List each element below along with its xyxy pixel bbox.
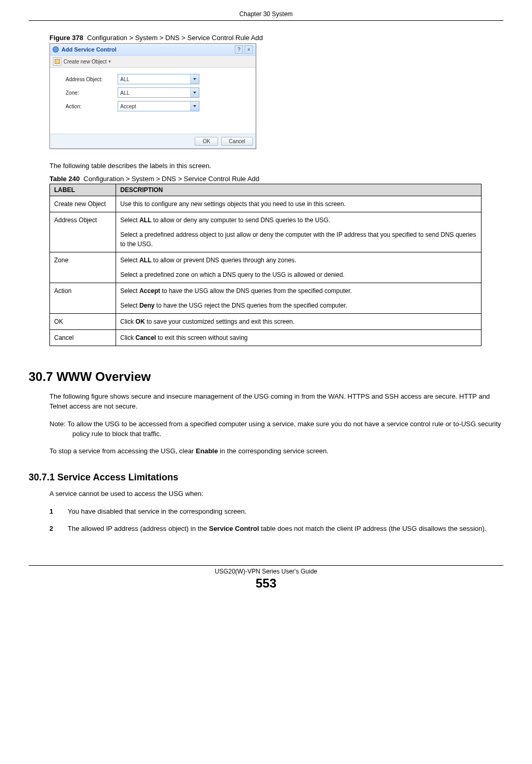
cell-label: Zone (50, 252, 116, 283)
note-paragraph: Note: To allow the USG to be accessed fr… (49, 419, 503, 439)
figure-label: Figure 378 (49, 34, 83, 42)
top-rule (29, 20, 503, 21)
list-number: 2 (49, 524, 68, 534)
section-heading-3071: 30.7.1 Service Access Limitations (29, 472, 503, 483)
zone-label: Zone: (66, 90, 118, 96)
table-caption-text: Configuration > System > DNS > Service C… (84, 175, 260, 183)
bottom-rule (29, 565, 503, 566)
chevron-down-icon[interactable] (190, 88, 199, 97)
table-row: Address Object Select ALL to allow or de… (50, 212, 482, 252)
table-row: Zone Select ALL to allow or prevent DNS … (50, 252, 482, 283)
list-item: 1 You have disabled that service in the … (49, 507, 503, 517)
chevron-down-icon[interactable] (190, 101, 199, 111)
cell-label: Create new Object (50, 196, 116, 212)
figure-caption: Figure 378 Configuration > System > DNS … (49, 34, 503, 42)
intro-paragraph: The following table describes the labels… (49, 162, 503, 170)
action-select[interactable]: Accept (118, 101, 199, 111)
figure-caption-text: Configuration > System > DNS > Service C… (87, 34, 263, 42)
col-description: DESCRIPTION (116, 184, 482, 196)
dialog-title-icon (53, 46, 59, 53)
cell-label: Address Object (50, 212, 116, 252)
action-label: Action: (66, 104, 118, 109)
address-object-select[interactable]: ALL (118, 74, 199, 84)
description-table: LABEL DESCRIPTION Create new Object Use … (49, 184, 482, 346)
dialog-footer: OK Cancel (50, 134, 256, 148)
cell-label: Action (50, 283, 116, 314)
list-text: You have disabled that service in the co… (68, 507, 503, 517)
list-number: 1 (49, 507, 68, 517)
cell-desc: Select ALL to allow or deny any computer… (116, 212, 482, 252)
chapter-header: Chapter 30 System (29, 10, 503, 18)
cell-desc: Click OK to save your customized setting… (116, 314, 482, 330)
cell-desc: Select Accept to have the USG allow the … (116, 283, 482, 314)
close-icon[interactable]: × (245, 45, 253, 54)
dialog-screenshot: Add Service Control ? × Create new Objec… (49, 43, 256, 149)
table-row: OK Click OK to save your customized sett… (50, 314, 482, 330)
list-item: 2 The allowed IP address (address object… (49, 524, 503, 534)
new-object-icon (53, 57, 61, 66)
help-icon[interactable]: ? (235, 45, 243, 54)
dialog-title: Add Service Control (61, 46, 117, 53)
dialog-toolbar: Create new Object ▼ (50, 56, 256, 68)
footer-guide: USG20(W)-VPN Series User's Guide (29, 568, 503, 575)
cancel-button[interactable]: Cancel (221, 137, 253, 146)
table-caption: Table 240 Configuration > System > DNS >… (49, 175, 503, 183)
dialog-body: Address Object: ALL Zone: ALL Action: Ac… (50, 68, 256, 134)
cell-desc: Use this to configure any new settings o… (116, 196, 482, 212)
cell-label: Cancel (50, 330, 116, 346)
col-label: LABEL (50, 184, 116, 196)
table-label: Table 240 (49, 175, 80, 183)
table-row: Cancel Click Cancel to exit this screen … (50, 330, 482, 346)
cell-desc: Select ALL to allow or prevent DNS queri… (116, 252, 482, 283)
body-paragraph: A service cannot be used to access the U… (49, 489, 503, 499)
ok-button[interactable]: OK (195, 137, 218, 146)
address-object-label: Address Object: (66, 77, 118, 82)
table-row: Create new Object Use this to configure … (50, 196, 482, 212)
zone-select[interactable]: ALL (118, 87, 199, 98)
cell-desc: Click Cancel to exit this screen without… (116, 330, 482, 346)
table-row: Action Select Accept to have the USG all… (50, 283, 482, 314)
body-paragraph: The following figure shows secure and in… (49, 392, 503, 412)
section-heading-307: 30.7 WWW Overview (29, 370, 503, 384)
table-header-row: LABEL DESCRIPTION (50, 184, 482, 196)
body-paragraph: To stop a service from accessing the USG… (49, 447, 503, 456)
chevron-down-icon[interactable] (190, 74, 199, 84)
footer-page-number: 553 (29, 576, 503, 591)
list-text: The allowed IP address (address object) … (68, 524, 503, 534)
cell-label: OK (50, 314, 116, 330)
create-object-button[interactable]: Create new Object (64, 59, 107, 65)
dropdown-icon[interactable]: ▼ (108, 59, 112, 64)
dialog-titlebar: Add Service Control ? × (50, 44, 256, 56)
